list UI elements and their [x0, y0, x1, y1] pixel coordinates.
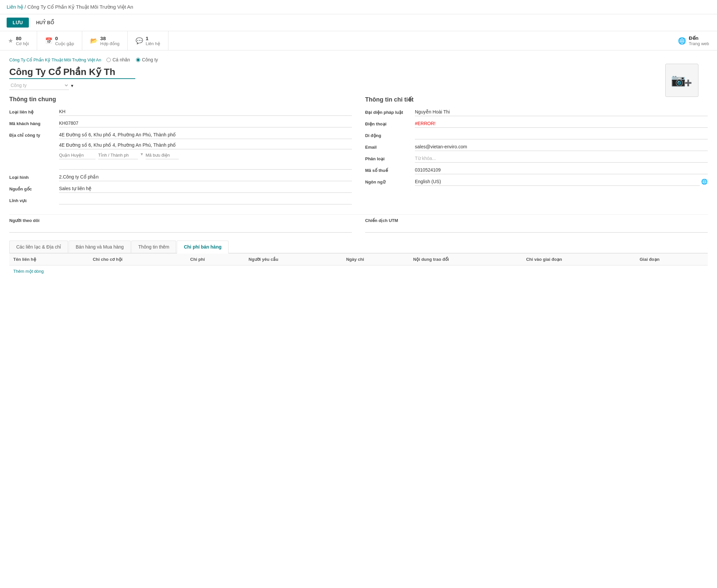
form-row-ma-khach-hang: Mã khách hàng — [9, 119, 352, 127]
select-loai-hinh[interactable]: 2.Công ty Cổ phần — [59, 173, 352, 181]
form-row-di-dong: Di động — [365, 131, 708, 139]
tab-ban-hang[interactable]: Bán hàng và Mua hàng — [69, 240, 131, 253]
radio-cong-ty[interactable]: Công ty — [136, 57, 158, 62]
col-ten-lien-he: Tên liên hệ — [9, 253, 89, 266]
input-email[interactable] — [415, 143, 708, 151]
col-chi-giai-doan: Chi vào giai đoạn — [522, 253, 635, 266]
label-loai-lien-he: Loại liên hệ — [9, 107, 56, 114]
stat-hop-dong-count: 38 — [100, 36, 120, 41]
chat-icon: 💬 — [136, 37, 143, 44]
col-ngay-chi: Ngày chi — [342, 253, 409, 266]
breadcrumb-current: Công Ty Cổ Phần Kỹ Thuật Môi Trường Việt… — [27, 4, 133, 9]
general-section: Thông tin chung Loại liên hệ KH Mã khách… — [9, 96, 352, 208]
cancel-button[interactable]: HUỶ BỔ — [31, 18, 59, 27]
address-sub-row: ▾ — [59, 151, 352, 159]
stat-trang-web[interactable]: 🌐 Đến Trang web — [670, 31, 717, 50]
form-row-linh-vuc: Lĩnh vực — [9, 196, 352, 204]
select-chien-dich-utm[interactable] — [365, 224, 708, 233]
stat-hop-dong-label: Hợp đồng — [100, 41, 120, 46]
tab-cac-lien-lac[interactable]: Các liên lạc & Địa chỉ — [9, 240, 68, 253]
form-row-phan-loai: Phân loại Từ khóa... — [365, 154, 708, 163]
company-link[interactable]: Công Ty Cổ Phần Kỹ Thuật Môi Trường Việt… — [9, 57, 101, 62]
stat-co-hoi[interactable]: ★ 80 Cơ hội — [0, 31, 37, 50]
select-country[interactable] — [59, 161, 352, 170]
type-selector: Công Ty Cổ Phần Kỹ Thuật Môi Trường Việt… — [9, 57, 708, 62]
stat-lien-he-label: Liên hệ — [146, 41, 160, 46]
input-ma-khach-hang[interactable] — [59, 119, 352, 127]
label-email: Email — [365, 143, 412, 150]
select-phan-loai[interactable]: Từ khóa... — [415, 154, 708, 163]
label-dien-thoai: Điện thoại — [365, 120, 412, 126]
form-row-email: Email — [365, 143, 708, 151]
label-ngon-ngu: Ngôn ngữ — [365, 177, 412, 185]
company-type-select[interactable]: Công ty — [9, 81, 69, 90]
add-photo-icon: ➕ — [685, 79, 692, 87]
select-linh-vuc[interactable] — [59, 196, 352, 204]
select-nguoi-theo-doi[interactable] — [9, 224, 352, 233]
table-header-row: Tên liên hệ Chi cho cơ hội Chi phí Người… — [9, 253, 708, 266]
select-nguon-goc[interactable]: Sales tự liên hệ — [59, 185, 352, 193]
avatar[interactable]: 📷 ➕ — [665, 64, 698, 97]
star-icon: ★ — [8, 37, 13, 44]
breadcrumb: Liên hệ / Công Ty Cổ Phần Kỹ Thuật Môi T… — [0, 0, 717, 14]
col-chi-co-hoi: Chi cho cơ hội — [89, 253, 187, 266]
input-postal[interactable] — [146, 151, 179, 159]
main-content: Công Ty Cổ Phần Kỹ Thuật Môi Trường Việt… — [0, 50, 717, 284]
col-nguoi-yeu-cau: Người yêu cầu — [245, 253, 342, 266]
detail-section-title: Thông tin chi tiết — [365, 96, 708, 103]
dropdown-arrow-icon: ▾ — [71, 83, 73, 88]
sections-row: Thông tin chung Loại liên hệ KH Mã khách… — [9, 96, 708, 208]
input-di-dong[interactable] — [415, 131, 708, 139]
label-dia-chi: Địa chỉ công ty — [9, 131, 56, 138]
tab-chi-phi[interactable]: Chi phí bán hàng — [177, 240, 229, 253]
tabs-bar: Các liên lạc & Địa chỉ Bán hàng và Mua h… — [9, 240, 708, 253]
label-di-dong: Di động — [365, 131, 412, 138]
company-name-input[interactable] — [9, 65, 135, 79]
tab-thong-tin-them[interactable]: Thông tin thêm — [131, 240, 176, 253]
select-loai-lien-he[interactable]: KH — [59, 107, 352, 116]
form-row-nguon-goc: Nguồn gốc Sales tự liên hệ — [9, 185, 352, 193]
cost-table: Tên liên hệ Chi cho cơ hội Chi phí Người… — [9, 253, 708, 266]
label-nguon-goc: Nguồn gốc — [9, 185, 56, 191]
bottom-row: Người theo dõi Chiến dịch UTM — [9, 214, 708, 233]
toolbar: LƯU HUỶ BỔ — [0, 14, 717, 31]
input-district[interactable] — [59, 151, 95, 159]
input-dien-thoai[interactable] — [415, 120, 708, 128]
input-province[interactable] — [98, 151, 138, 159]
stat-lien-he-count: 1 — [146, 36, 160, 41]
add-row-link[interactable]: Thêm một dòng — [9, 266, 48, 277]
stat-hop-dong[interactable]: 📂 38 Hợp đồng — [82, 31, 128, 50]
camera-icon: 📷 — [671, 74, 686, 87]
language-globe-icon: 🌐 — [701, 178, 708, 185]
stat-lien-he[interactable]: 💬 1 Liên hệ — [128, 31, 168, 50]
stat-cuoc-gap[interactable]: 📅 0 Cuộc gặp — [37, 31, 82, 50]
input-dia-chi-line2[interactable] — [59, 141, 352, 149]
label-ma-khach-hang: Mã khách hàng — [9, 119, 56, 126]
stat-cuoc-gap-count: 0 — [55, 36, 74, 41]
input-ma-so-thue[interactable] — [415, 166, 708, 174]
form-row-loai-lien-he: Loại liên hệ KH — [9, 107, 352, 116]
stat-web-label: Trang web — [689, 41, 709, 46]
province-dropdown-icon: ▾ — [140, 151, 143, 159]
input-dai-dien[interactable] — [415, 108, 708, 116]
form-row-ngon-ngu: Ngôn ngữ English (US) 🌐 — [365, 177, 708, 186]
general-section-title: Thông tin chung — [9, 96, 352, 103]
form-row-loai-hinh: Loại hình 2.Công ty Cổ phần — [9, 173, 352, 181]
label-ma-so-thue: Mã số thuế — [365, 166, 412, 173]
breadcrumb-parent[interactable]: Liên hệ — [7, 4, 23, 9]
input-dia-chi-line1[interactable] — [59, 131, 352, 139]
col-chi-phi: Chi phí — [187, 253, 245, 266]
header-area: Công Ty Cổ Phần Kỹ Thuật Môi Trường Việt… — [9, 57, 708, 90]
form-row-dien-thoai: Điện thoại — [365, 120, 708, 128]
folder-icon: 📂 — [90, 37, 97, 44]
label-nguoi-theo-doi: Người theo dõi — [9, 218, 352, 223]
form-row-ma-so-thue: Mã số thuế — [365, 166, 708, 174]
breadcrumb-separator: / — [23, 4, 27, 9]
save-button[interactable]: LƯU — [7, 18, 29, 27]
nguoi-theo-doi-item: Người theo dõi — [9, 218, 352, 233]
label-phan-loai: Phân loại — [365, 154, 412, 161]
radio-ca-nhan[interactable]: Cá nhân — [106, 57, 130, 62]
select-ngon-ngu[interactable]: English (US) — [415, 177, 700, 186]
stat-web-count: Đến — [689, 35, 709, 41]
stats-bar: ★ 80 Cơ hội 📅 0 Cuộc gặp 📂 38 Hợp đồng 💬… — [0, 31, 717, 50]
